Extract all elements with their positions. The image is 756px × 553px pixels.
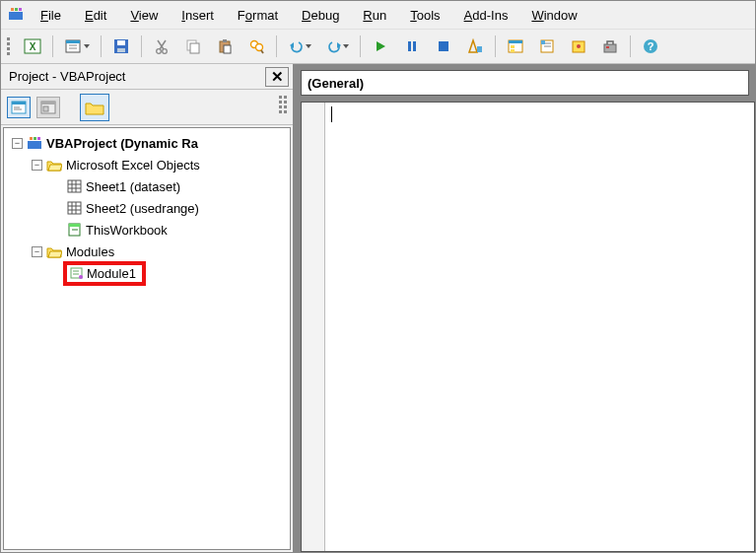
svg-rect-63: [68, 202, 81, 214]
project-panel-title-bar: Project - VBAProject ✕: [1, 64, 293, 90]
svg-rect-7: [66, 40, 80, 43]
worksheet-icon: [67, 179, 82, 193]
scope-combo[interactable]: (General): [301, 70, 749, 96]
svg-rect-29: [413, 41, 416, 51]
menu-window[interactable]: Window: [519, 5, 588, 26]
code-dropdown-row: (General): [301, 70, 755, 96]
code-editor[interactable]: [301, 102, 755, 552]
svg-rect-18: [190, 43, 199, 53]
undo-icon[interactable]: [283, 33, 316, 60]
view-code-icon[interactable]: [7, 97, 31, 118]
tree-module1-label: Module1: [87, 266, 136, 281]
svg-rect-21: [224, 45, 231, 53]
toggle-folders-icon[interactable]: [80, 94, 109, 121]
svg-point-15: [157, 49, 162, 54]
close-icon[interactable]: ✕: [265, 67, 289, 87]
cut-icon[interactable]: [148, 33, 175, 60]
copy-icon[interactable]: [179, 33, 207, 60]
tree-module1[interactable]: Module1: [6, 262, 288, 284]
design-icon[interactable]: [461, 33, 489, 60]
svg-rect-28: [408, 41, 411, 51]
svg-rect-0: [9, 12, 23, 20]
folder-open-icon: [46, 245, 62, 258]
project-panel: Project - VBAProject ✕ − VBAProject (Dyn: [1, 64, 295, 552]
svg-rect-52: [41, 102, 55, 104]
workbook-icon: [67, 223, 82, 237]
svg-marker-40: [541, 40, 545, 44]
project-panel-title: Project - VBAProject: [9, 69, 126, 84]
stop-icon[interactable]: [430, 33, 457, 60]
menu-insert[interactable]: Insert: [170, 5, 226, 26]
svg-rect-3: [19, 8, 22, 11]
project-tree: − VBAProject (Dynamic Ra − Microsoft Exc…: [3, 127, 291, 550]
break-icon[interactable]: [398, 33, 426, 60]
project-explorer-icon[interactable]: [502, 33, 529, 60]
menu-add-ins[interactable]: Add-Ins: [452, 5, 520, 26]
svg-rect-56: [34, 137, 36, 140]
excel-icon[interactable]: X: [19, 33, 46, 60]
drag-handle-icon[interactable]: [279, 96, 289, 113]
project-panel-toolbar: [1, 90, 293, 125]
svg-rect-30: [439, 41, 448, 51]
tree-modules[interactable]: − Modules: [6, 241, 288, 262]
toolbox-icon[interactable]: [596, 33, 624, 60]
menu-file[interactable]: File: [29, 5, 73, 26]
svg-marker-31: [469, 40, 477, 52]
insert-icon[interactable]: [59, 33, 95, 60]
text-caret: [331, 106, 332, 122]
svg-rect-54: [28, 141, 41, 149]
menu-view[interactable]: View: [118, 5, 170, 26]
svg-rect-34: [509, 40, 522, 43]
menu-edit[interactable]: Edit: [73, 5, 118, 26]
properties-icon[interactable]: [533, 33, 561, 60]
svg-marker-27: [377, 41, 385, 51]
menu-debug[interactable]: Debug: [290, 5, 351, 26]
redo-icon[interactable]: [320, 33, 354, 60]
tree-root[interactable]: − VBAProject (Dynamic Ra: [6, 132, 288, 154]
vba-app-icon: [5, 4, 27, 26]
menu-format[interactable]: Format: [226, 5, 290, 26]
menubar: FileEditViewInsertFormatDebugRunToolsAdd…: [1, 1, 755, 29]
svg-text:?: ?: [648, 40, 654, 52]
collapse-icon[interactable]: −: [32, 246, 42, 257]
collapse-icon[interactable]: −: [32, 160, 42, 171]
worksheet-icon: [67, 201, 82, 215]
menu-run[interactable]: Run: [351, 5, 398, 26]
tree-sheet1[interactable]: Sheet1 (dataset): [6, 175, 288, 197]
help-icon[interactable]: ?: [637, 33, 664, 60]
svg-rect-43: [604, 44, 616, 52]
tree-sheet1-label: Sheet1 (dataset): [86, 179, 180, 194]
svg-point-42: [577, 44, 581, 48]
svg-rect-20: [223, 39, 227, 42]
svg-text:X: X: [30, 41, 36, 52]
svg-line-24: [261, 50, 263, 53]
find-icon[interactable]: [242, 33, 270, 60]
svg-rect-55: [30, 137, 33, 140]
toolbar: X ?: [1, 29, 755, 64]
view-object-icon[interactable]: [36, 97, 60, 118]
tree-excel-objects[interactable]: − Microsoft Excel Objects: [6, 154, 288, 175]
svg-point-74: [79, 275, 83, 279]
tree-thisworkbook[interactable]: ThisWorkbook: [6, 219, 288, 241]
menu-tools[interactable]: Tools: [398, 5, 451, 26]
tree-sheet2[interactable]: Sheet2 (usedrange): [6, 197, 288, 219]
workspace: Project - VBAProject ✕ − VBAProject (Dyn: [1, 64, 755, 552]
svg-point-16: [163, 49, 168, 54]
tree-thisworkbook-label: ThisWorkbook: [86, 223, 168, 238]
run-icon[interactable]: [367, 33, 394, 60]
menu-items: FileEditViewInsertFormatDebugRunToolsAdd…: [29, 5, 589, 26]
svg-rect-35: [511, 45, 515, 48]
svg-rect-32: [477, 46, 482, 52]
module1-highlight: Module1: [63, 261, 146, 286]
code-gutter: [302, 103, 325, 551]
tree-root-label: VBAProject (Dynamic Ra: [46, 136, 198, 151]
paste-icon[interactable]: [211, 33, 239, 60]
tree-modules-label: Modules: [66, 244, 114, 259]
svg-rect-53: [43, 106, 48, 111]
object-browser-icon[interactable]: [565, 33, 592, 60]
svg-point-23: [256, 44, 263, 51]
svg-rect-1: [11, 8, 14, 11]
code-pane: (General): [295, 64, 755, 552]
save-icon[interactable]: [107, 33, 135, 60]
collapse-icon[interactable]: −: [12, 138, 23, 149]
